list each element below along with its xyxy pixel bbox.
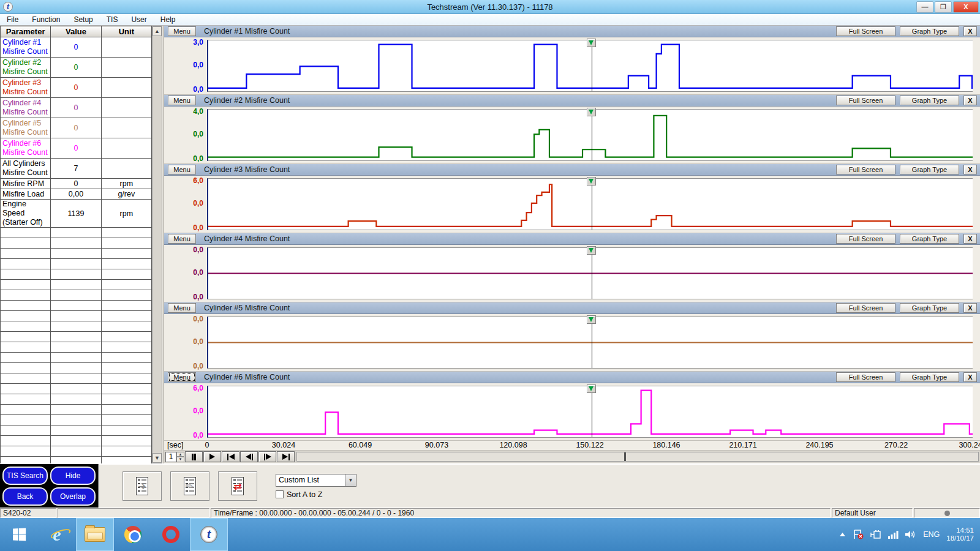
action-center-flag-icon[interactable] — [853, 530, 864, 539]
table-row[interactable]: Misfire RPM0rpm — [1, 179, 152, 189]
graph-plot[interactable] — [207, 40, 973, 92]
frame-up-icon[interactable]: ▲ — [176, 452, 184, 457]
graph-type-button[interactable]: Graph Type — [900, 234, 959, 244]
graph-close-button[interactable]: X — [963, 303, 977, 313]
pause-button[interactable] — [185, 451, 203, 462]
minimize-button[interactable]: — — [916, 1, 933, 13]
graph-menu-button[interactable]: Menu — [168, 96, 196, 105]
graph-type-button[interactable]: Graph Type — [900, 96, 959, 105]
menu-item-function[interactable]: Function — [25, 15, 67, 24]
clock[interactable]: 14:51 18/10/17 — [946, 527, 974, 542]
table-row[interactable]: Cylinder #1 Misfire Count0 — [1, 37, 152, 58]
menu-item-file[interactable]: File — [0, 15, 25, 24]
frame-value[interactable]: 1 — [165, 452, 176, 462]
language-indicator[interactable]: ENG — [923, 530, 940, 539]
graph-menu-button[interactable]: Menu — [168, 165, 196, 174]
graph-plot[interactable] — [207, 178, 973, 230]
start-button[interactable] — [0, 518, 38, 551]
graph-type-button[interactable]: Graph Type — [900, 26, 959, 36]
chevron-down-icon[interactable]: ▼ — [345, 474, 356, 486]
swap-list-button[interactable]: ⇄ — [218, 471, 257, 501]
full-screen-button[interactable]: Full Screen — [836, 372, 895, 382]
taskbar-chrome[interactable] — [114, 518, 152, 551]
list-select[interactable]: Custom List ▼ — [276, 474, 356, 487]
taskbar-opera[interactable] — [152, 518, 190, 551]
graph-type-button[interactable]: Graph Type — [900, 372, 959, 382]
taskbar-explorer[interactable] — [76, 518, 114, 551]
close-button[interactable]: X — [953, 1, 979, 13]
sort-checkbox[interactable] — [276, 490, 284, 498]
scroll-up-icon[interactable]: ▲ — [153, 26, 162, 36]
col-header-parameter[interactable]: Parameter — [1, 26, 51, 37]
table-row[interactable]: Cylinder #3 Misfire Count0 — [1, 78, 152, 98]
full-screen-button[interactable]: Full Screen — [836, 234, 895, 244]
graph-type-button[interactable]: Graph Type — [900, 303, 959, 313]
cursor-marker-icon[interactable] — [587, 246, 596, 255]
table-row[interactable]: Cylinder #2 Misfire Count0 — [1, 58, 152, 78]
restore-button[interactable]: ❐ — [935, 1, 952, 13]
graph-plot[interactable] — [207, 247, 973, 299]
menu-item-help[interactable]: Help — [154, 15, 183, 24]
graph-plot[interactable] — [207, 386, 973, 438]
y-label-bottom: 0,0 — [193, 362, 203, 370]
cursor-marker-icon[interactable] — [587, 384, 596, 393]
seek-thumb[interactable] — [624, 452, 626, 461]
step-forward-button[interactable] — [258, 451, 276, 462]
graph-menu-button[interactable]: Menu — [168, 26, 196, 36]
taskbar-ie[interactable]: e — [38, 518, 76, 551]
graph-plot[interactable] — [207, 317, 973, 369]
volume-icon[interactable] — [905, 530, 916, 539]
tis-search-button[interactable]: TIS Search — [2, 467, 48, 485]
full-screen-button[interactable]: Full Screen — [836, 165, 895, 174]
step-back-button[interactable] — [240, 451, 258, 462]
cursor-marker-icon[interactable] — [587, 39, 596, 47]
seek-scrollbar[interactable] — [296, 452, 979, 462]
table-scrollbar[interactable]: ▲ ▼ — [152, 26, 162, 463]
graph-type-button[interactable]: Graph Type — [900, 165, 959, 174]
col-header-unit[interactable]: Unit — [101, 26, 151, 37]
table-row[interactable]: Cylinder #6 Misfire Count0 — [1, 138, 152, 159]
scroll-down-icon[interactable]: ▼ — [153, 453, 162, 463]
graph-plot[interactable] — [207, 109, 973, 161]
param-table-body: Cylinder #1 Misfire Count0Cylinder #2 Mi… — [1, 37, 152, 478]
menu-item-user[interactable]: User — [124, 15, 153, 24]
full-screen-button[interactable]: Full Screen — [836, 26, 895, 36]
network-signal-icon[interactable] — [888, 531, 899, 539]
table-row[interactable]: Misfire Load0,00g/rev — [1, 189, 152, 200]
menu-item-tis[interactable]: TIS — [100, 15, 125, 24]
play-button[interactable] — [203, 451, 221, 462]
full-screen-button[interactable]: Full Screen — [836, 303, 895, 313]
graph-menu-button[interactable]: Menu — [168, 234, 196, 244]
back-button[interactable]: Back — [2, 487, 48, 506]
frame-down-icon[interactable]: ▼ — [176, 457, 184, 462]
y-label-mid: 0,0 — [193, 337, 203, 346]
graph-menu-button[interactable]: Menu — [168, 372, 196, 382]
skip-start-button[interactable] — [222, 451, 239, 462]
cursor-marker-icon[interactable] — [587, 315, 596, 324]
table-row[interactable]: Engine Speed (Starter Off)1139rpm — [1, 200, 152, 228]
full-screen-button[interactable]: Full Screen — [836, 96, 895, 105]
table-row[interactable]: All Cylinders Misfire Count7 — [1, 159, 152, 179]
col-header-value[interactable]: Value — [51, 26, 101, 37]
graph-close-button[interactable]: X — [963, 96, 977, 105]
parameter-table: Parameter Value Unit Cylinder #1 Misfire… — [0, 26, 152, 478]
graph-menu-button[interactable]: Menu — [168, 303, 196, 313]
graph-close-button[interactable]: X — [963, 234, 977, 244]
hide-button[interactable]: Hide — [50, 467, 96, 485]
graph-close-button[interactable]: X — [963, 26, 977, 36]
table-row[interactable]: Cylinder #5 Misfire Count0 — [1, 118, 152, 138]
battery-power-icon[interactable] — [870, 530, 881, 539]
list-view-button[interactable]: ➔ — [123, 471, 162, 501]
tray-expand-icon[interactable] — [839, 532, 846, 537]
taskbar-techstream[interactable]: t — [190, 518, 228, 551]
overlap-button[interactable]: Overlap — [50, 487, 96, 506]
graph-close-button[interactable]: X — [963, 165, 977, 174]
graph-close-button[interactable]: X — [963, 372, 977, 382]
cursor-marker-icon[interactable] — [587, 177, 596, 186]
cursor-marker-icon[interactable] — [587, 108, 596, 116]
skip-end-button[interactable] — [277, 451, 295, 462]
menu-item-setup[interactable]: Setup — [67, 15, 99, 24]
table-row[interactable]: Cylinder #4 Misfire Count0 — [1, 98, 152, 118]
record-list-button[interactable]: ✎ — [170, 471, 209, 501]
frame-stepper[interactable]: 1 ▲ ▼ — [165, 452, 184, 462]
